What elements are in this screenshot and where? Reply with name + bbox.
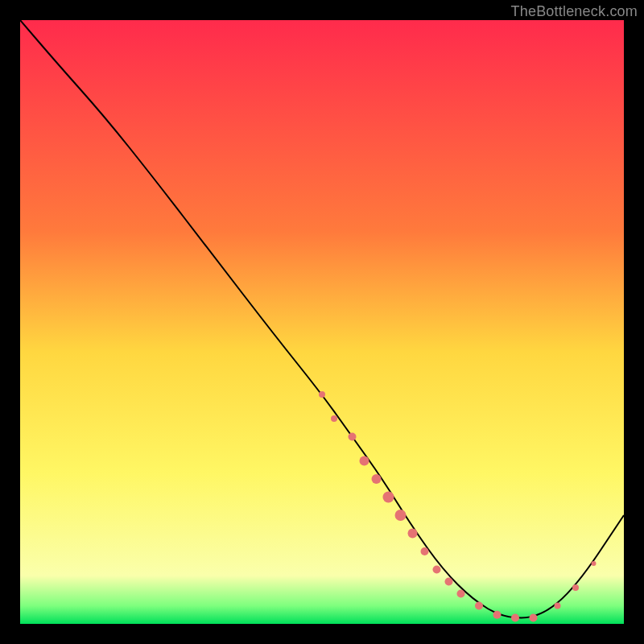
data-marker [493,611,502,619]
data-marker [572,584,579,591]
data-markers [319,391,597,622]
bottleneck-curve-line [20,20,624,618]
chart-svg [20,20,624,624]
data-marker [395,510,407,521]
data-marker [457,590,465,598]
data-marker [383,492,394,503]
data-marker [475,602,483,610]
watermark-text: TheBottleneck.com [511,3,638,20]
data-marker [331,415,337,422]
chart-container: TheBottleneck.com [0,0,644,644]
data-marker [445,578,453,586]
data-marker [592,561,597,566]
data-marker [372,474,382,484]
data-marker [511,614,519,622]
data-marker [530,614,538,622]
data-marker [319,391,325,398]
data-marker [421,547,429,555]
data-marker [349,433,357,441]
chart-area [20,20,624,624]
data-marker [408,529,418,539]
data-marker [360,456,369,466]
data-marker [433,566,441,574]
data-marker [555,603,561,609]
